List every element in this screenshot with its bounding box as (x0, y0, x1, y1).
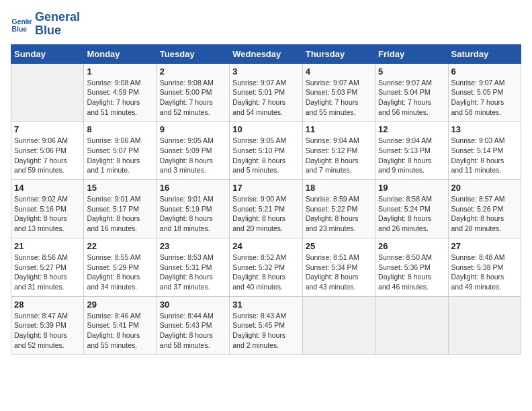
logo-icon: General Blue (11, 13, 32, 35)
day-number: 22 (87, 241, 153, 251)
day-info: Sunrise: 9:06 AM Sunset: 5:07 PM Dayligh… (87, 136, 153, 175)
day-cell: 23Sunrise: 8:53 AM Sunset: 5:31 PM Dayli… (157, 238, 229, 296)
day-info: Sunrise: 8:56 AM Sunset: 5:27 PM Dayligh… (14, 253, 81, 292)
week-row-1: 1Sunrise: 9:08 AM Sunset: 4:59 PM Daylig… (11, 63, 521, 122)
day-number: 20 (451, 183, 518, 193)
day-cell: 4Sunrise: 9:07 AM Sunset: 5:03 PM Daylig… (302, 63, 375, 122)
day-info: Sunrise: 9:08 AM Sunset: 5:00 PM Dayligh… (160, 78, 226, 118)
logo-text-line2: Blue (35, 24, 80, 38)
day-number: 17 (232, 183, 299, 193)
day-number: 10 (232, 124, 299, 134)
day-number: 25 (306, 241, 372, 251)
header-cell-monday: Monday (84, 44, 157, 63)
day-cell: 31Sunrise: 8:43 AM Sunset: 5:45 PM Dayli… (230, 296, 302, 355)
day-info: Sunrise: 8:55 AM Sunset: 5:29 PM Dayligh… (87, 253, 153, 292)
calendar-table: SundayMondayTuesdayWednesdayThursdayFrid… (11, 44, 521, 355)
day-info: Sunrise: 8:59 AM Sunset: 5:22 PM Dayligh… (306, 194, 372, 234)
day-info: Sunrise: 8:53 AM Sunset: 5:31 PM Dayligh… (160, 253, 226, 292)
header-cell-thursday: Thursday (302, 44, 375, 63)
week-row-4: 21Sunrise: 8:56 AM Sunset: 5:27 PM Dayli… (11, 238, 521, 296)
day-number: 21 (14, 241, 81, 251)
day-number: 7 (14, 124, 81, 134)
logo: General Blue General Blue (11, 11, 80, 38)
svg-text:Blue: Blue (12, 26, 28, 33)
day-info: Sunrise: 9:06 AM Sunset: 5:06 PM Dayligh… (14, 136, 81, 175)
day-cell: 3Sunrise: 9:07 AM Sunset: 5:01 PM Daylig… (230, 63, 302, 122)
day-number: 6 (451, 66, 518, 77)
header-cell-saturday: Saturday (448, 44, 521, 63)
day-cell: 29Sunrise: 8:46 AM Sunset: 5:41 PM Dayli… (84, 296, 157, 355)
day-number: 11 (306, 124, 372, 134)
day-cell (302, 296, 375, 355)
day-info: Sunrise: 8:51 AM Sunset: 5:34 PM Dayligh… (306, 253, 372, 292)
header-cell-sunday: Sunday (11, 44, 84, 63)
header-cell-wednesday: Wednesday (230, 44, 302, 63)
day-number: 16 (160, 183, 226, 193)
day-info: Sunrise: 8:47 AM Sunset: 5:39 PM Dayligh… (14, 311, 81, 351)
day-number: 3 (232, 66, 299, 77)
day-number: 13 (451, 124, 518, 134)
day-info: Sunrise: 8:52 AM Sunset: 5:32 PM Dayligh… (232, 253, 299, 292)
day-cell: 10Sunrise: 9:05 AM Sunset: 5:10 PM Dayli… (230, 122, 302, 180)
day-cell: 6Sunrise: 9:07 AM Sunset: 5:05 PM Daylig… (448, 63, 521, 122)
day-cell: 25Sunrise: 8:51 AM Sunset: 5:34 PM Dayli… (302, 238, 375, 296)
day-cell (448, 296, 521, 355)
day-cell: 17Sunrise: 9:00 AM Sunset: 5:21 PM Dayli… (230, 180, 302, 238)
day-cell: 5Sunrise: 9:07 AM Sunset: 5:04 PM Daylig… (375, 63, 448, 122)
day-cell: 19Sunrise: 8:58 AM Sunset: 5:24 PM Dayli… (375, 180, 448, 238)
week-row-3: 14Sunrise: 9:02 AM Sunset: 5:16 PM Dayli… (11, 180, 521, 238)
day-number: 4 (306, 66, 372, 77)
day-cell: 1Sunrise: 9:08 AM Sunset: 4:59 PM Daylig… (84, 63, 157, 122)
day-number: 19 (378, 183, 445, 193)
day-cell: 8Sunrise: 9:06 AM Sunset: 5:07 PM Daylig… (84, 122, 157, 180)
day-number: 15 (87, 183, 153, 193)
day-cell: 14Sunrise: 9:02 AM Sunset: 5:16 PM Dayli… (11, 180, 84, 238)
day-cell: 11Sunrise: 9:04 AM Sunset: 5:12 PM Dayli… (302, 122, 375, 180)
day-number: 24 (232, 241, 299, 251)
day-info: Sunrise: 9:07 AM Sunset: 5:01 PM Dayligh… (232, 78, 299, 118)
day-info: Sunrise: 9:00 AM Sunset: 5:21 PM Dayligh… (232, 194, 299, 234)
header-cell-friday: Friday (375, 44, 448, 63)
day-number: 1 (87, 66, 153, 77)
day-info: Sunrise: 9:05 AM Sunset: 5:10 PM Dayligh… (232, 136, 299, 175)
day-info: Sunrise: 8:57 AM Sunset: 5:26 PM Dayligh… (451, 194, 518, 234)
day-number: 27 (451, 241, 518, 251)
day-cell: 9Sunrise: 9:05 AM Sunset: 5:09 PM Daylig… (157, 122, 229, 180)
day-info: Sunrise: 9:05 AM Sunset: 5:09 PM Dayligh… (160, 136, 226, 175)
day-cell: 15Sunrise: 9:01 AM Sunset: 5:17 PM Dayli… (84, 180, 157, 238)
day-number: 29 (87, 300, 153, 310)
day-cell: 26Sunrise: 8:50 AM Sunset: 5:36 PM Dayli… (375, 238, 448, 296)
day-number: 23 (160, 241, 226, 251)
day-cell: 2Sunrise: 9:08 AM Sunset: 5:00 PM Daylig… (157, 63, 229, 122)
day-cell (11, 63, 84, 122)
day-cell: 18Sunrise: 8:59 AM Sunset: 5:22 PM Dayli… (302, 180, 375, 238)
day-info: Sunrise: 9:04 AM Sunset: 5:13 PM Dayligh… (378, 136, 445, 175)
day-info: Sunrise: 8:44 AM Sunset: 5:43 PM Dayligh… (160, 311, 226, 351)
day-cell: 24Sunrise: 8:52 AM Sunset: 5:32 PM Dayli… (230, 238, 302, 296)
day-info: Sunrise: 9:04 AM Sunset: 5:12 PM Dayligh… (306, 136, 372, 175)
day-info: Sunrise: 9:01 AM Sunset: 5:17 PM Dayligh… (87, 194, 153, 234)
logo-text-line1: General (35, 11, 80, 24)
day-cell: 12Sunrise: 9:04 AM Sunset: 5:13 PM Dayli… (375, 122, 448, 180)
day-info: Sunrise: 8:46 AM Sunset: 5:41 PM Dayligh… (87, 311, 153, 351)
day-number: 30 (160, 300, 226, 310)
day-number: 5 (378, 66, 445, 77)
day-cell: 20Sunrise: 8:57 AM Sunset: 5:26 PM Dayli… (448, 180, 521, 238)
day-info: Sunrise: 8:43 AM Sunset: 5:45 PM Dayligh… (232, 311, 299, 351)
day-info: Sunrise: 9:07 AM Sunset: 5:05 PM Dayligh… (451, 78, 518, 118)
week-row-2: 7Sunrise: 9:06 AM Sunset: 5:06 PM Daylig… (11, 122, 521, 180)
day-info: Sunrise: 9:08 AM Sunset: 4:59 PM Dayligh… (87, 78, 153, 118)
day-info: Sunrise: 9:03 AM Sunset: 5:14 PM Dayligh… (451, 136, 518, 175)
day-number: 2 (160, 66, 226, 77)
day-info: Sunrise: 9:07 AM Sunset: 5:03 PM Dayligh… (306, 78, 372, 118)
header-row: SundayMondayTuesdayWednesdayThursdayFrid… (11, 44, 521, 63)
day-number: 31 (232, 300, 299, 310)
day-cell (375, 296, 448, 355)
day-number: 18 (306, 183, 372, 193)
day-cell: 28Sunrise: 8:47 AM Sunset: 5:39 PM Dayli… (11, 296, 84, 355)
day-info: Sunrise: 8:48 AM Sunset: 5:38 PM Dayligh… (451, 253, 518, 292)
day-info: Sunrise: 9:02 AM Sunset: 5:16 PM Dayligh… (14, 194, 81, 234)
day-cell: 13Sunrise: 9:03 AM Sunset: 5:14 PM Dayli… (448, 122, 521, 180)
day-cell: 30Sunrise: 8:44 AM Sunset: 5:43 PM Dayli… (157, 296, 229, 355)
day-cell: 21Sunrise: 8:56 AM Sunset: 5:27 PM Dayli… (11, 238, 84, 296)
